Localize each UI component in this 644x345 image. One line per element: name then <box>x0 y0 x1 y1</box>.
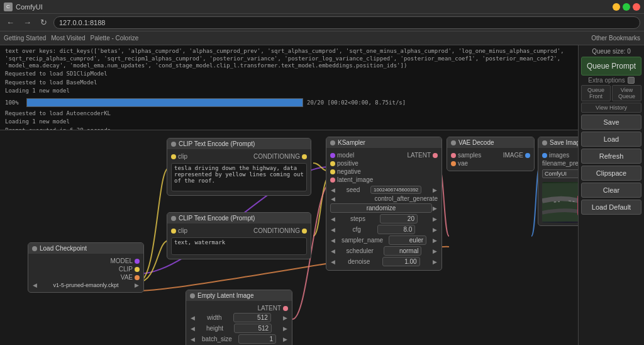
width-prev[interactable]: ◀ <box>190 315 196 321</box>
url-bar[interactable] <box>53 16 640 29</box>
progress-fill <box>27 99 303 106</box>
cfg-prev[interactable]: ◀ <box>330 227 336 233</box>
view-queue-button[interactable]: View Queue <box>612 85 641 101</box>
bookmark-palette[interactable]: Palette - Colorize <box>91 35 139 42</box>
cfg-next[interactable]: ▶ <box>432 227 438 233</box>
forward-button[interactable]: → <box>21 16 34 28</box>
bookmark-getting-started[interactable]: Getting Started <box>4 35 46 42</box>
seed-next[interactable]: ▶ <box>432 187 438 193</box>
reload-button[interactable]: ↻ <box>38 16 50 28</box>
ksampler-node: KSampler model positive <box>326 137 442 271</box>
clip-input-1: clip <box>171 153 187 160</box>
denoise-next[interactable]: ▶ <box>432 259 438 265</box>
batch-next[interactable]: ▶ <box>282 336 288 342</box>
refresh-button[interactable]: Refresh <box>581 149 641 164</box>
ckpt-value: v1-5-pruned-emaonly.ckpt <box>38 282 134 288</box>
control-next[interactable]: ▶ <box>432 205 438 212</box>
node-body-2: clip CONDITIONING text, watermark <box>167 223 311 259</box>
seed-row: ◀ seed 1002406745600392 ▶ <box>330 186 438 194</box>
maximize-button[interactable] <box>623 3 630 11</box>
filename-input[interactable] <box>542 169 578 178</box>
queue-front-button[interactable]: Queue Front <box>581 85 611 101</box>
empty-latent-node: Empty Latent Image LATENT ◀ width 512 ▶ … <box>186 290 292 345</box>
node-header-2: CLIP Text Encode (Prompt) <box>167 213 311 223</box>
extra-options-row: Extra options <box>581 77 641 84</box>
clip-text-encode-1-node: CLIP Text Encode (Prompt) clip CONDITION… <box>167 138 311 196</box>
samples-dot <box>451 153 456 158</box>
bookmark-other[interactable]: Other Bookmarks <box>591 35 640 42</box>
bookmark-most-visited[interactable]: Most Visited <box>51 35 85 42</box>
height-next[interactable]: ▶ <box>282 325 288 332</box>
queue-area: Queue size: 0 Queue Prompt Extra options… <box>579 45 644 345</box>
control-prev[interactable]: ◀ <box>330 196 336 202</box>
port-clip: CLIP <box>32 266 140 273</box>
progress-bar <box>26 98 303 107</box>
main-area: text over keys: dict_keys(['betas', 'alp… <box>0 45 644 345</box>
save-image-header: Save Image <box>538 137 578 148</box>
console-lines-2: Requested to load AutoencoderKL Loading … <box>5 110 573 130</box>
seed-value: 1002406745600392 <box>370 186 421 194</box>
sampler-next[interactable]: ▶ <box>432 237 438 244</box>
node-header: Load Checkpoint <box>28 243 143 254</box>
model-in: model <box>330 152 373 159</box>
empty-latent-body: LATENT ◀ width 512 ▶ ◀ height 512 ▶ <box>186 301 292 345</box>
ckpt-prev-btn[interactable]: ◀ <box>32 282 38 288</box>
lat-out-dot-k <box>433 153 438 158</box>
width-next[interactable]: ▶ <box>282 315 288 321</box>
queue-prompt-button[interactable]: Queue Prompt <box>581 57 641 76</box>
load-default-button[interactable]: Load Default <box>581 200 641 215</box>
steps-value: 20 <box>380 214 418 223</box>
image-preview-thumb <box>542 182 578 223</box>
sampler-row: ◀ sampler_name euler ▶ <box>330 235 438 245</box>
prompt-textarea-1[interactable]: tesla driving down the highway, data rep… <box>171 163 307 191</box>
steps-prev[interactable]: ◀ <box>330 216 336 222</box>
denoise-value: 1.00 <box>382 257 420 266</box>
node-canvas[interactable]: Load Checkpoint MODEL CLIP VAE <box>0 130 578 345</box>
svg-rect-0 <box>542 183 578 222</box>
bookmarks-bar: Getting Started Most Visited Palette - C… <box>0 31 644 45</box>
clear-button[interactable]: Clear <box>581 183 641 198</box>
steps-next[interactable]: ▶ <box>432 216 438 222</box>
clip-in-dot-1 <box>171 154 176 159</box>
images-in-dot <box>542 153 547 158</box>
clip-text-encode-2-node: CLIP Text Encode (Prompt) clip CONDITION… <box>167 212 311 259</box>
batch-prev[interactable]: ◀ <box>190 336 196 342</box>
scheduler-next[interactable]: ▶ <box>432 248 438 254</box>
ckpt-next-btn[interactable]: ▶ <box>134 282 140 288</box>
empty-latent-header: Empty Latent Image <box>186 290 292 301</box>
batch-row: ◀ batch_size 1 ▶ <box>190 334 288 344</box>
browser-bar: ← → ↻ <box>0 14 644 31</box>
extra-options-checkbox[interactable] <box>628 77 635 84</box>
save-image-body: images filename_prefix <box>538 148 578 225</box>
save-button[interactable]: Save <box>581 115 641 130</box>
height-prev[interactable]: ◀ <box>190 325 196 332</box>
vae-in: vae <box>451 160 481 167</box>
ckpt-row: ◀ v1-5-pruned-emaonly.ckpt ▶ <box>32 282 140 288</box>
lat-in-dot <box>330 178 335 183</box>
samples-in: samples <box>451 152 481 159</box>
scheduler-prev[interactable]: ◀ <box>330 248 336 254</box>
minimize-button[interactable] <box>613 3 620 11</box>
load-checkpoint-node: Load Checkpoint MODEL CLIP VAE <box>28 242 144 293</box>
title-favicon: C <box>4 3 13 11</box>
load-button[interactable]: Load <box>581 132 641 147</box>
back-button[interactable]: ← <box>4 16 17 28</box>
control-value: randomize <box>330 203 432 213</box>
close-button[interactable] <box>633 3 640 11</box>
control-row: ◀ control_after_generate <box>330 195 438 202</box>
vae-in-dot <box>451 161 456 166</box>
negative-in: negative <box>330 168 373 175</box>
small-btns-row: Queue Front View Queue <box>581 85 641 101</box>
clipspace-button[interactable]: Clipspace <box>581 166 641 181</box>
prompt-textarea-2[interactable]: text, watermark <box>171 237 307 255</box>
title-controls <box>613 3 640 11</box>
queue-size: Queue size: 0 <box>581 48 641 55</box>
seed-prev[interactable]: ◀ <box>330 187 336 193</box>
view-history-button[interactable]: View History <box>581 103 641 113</box>
denoise-prev[interactable]: ◀ <box>330 259 336 265</box>
steps-row: ◀ steps 20 ▶ <box>330 214 438 223</box>
right-sidebar: Queue size: 0 Queue Prompt Extra options… <box>578 45 644 345</box>
canvas-area[interactable]: text over keys: dict_keys(['betas', 'alp… <box>0 45 578 345</box>
sampler-prev[interactable]: ◀ <box>330 237 336 244</box>
width-value: 512 <box>233 313 271 322</box>
